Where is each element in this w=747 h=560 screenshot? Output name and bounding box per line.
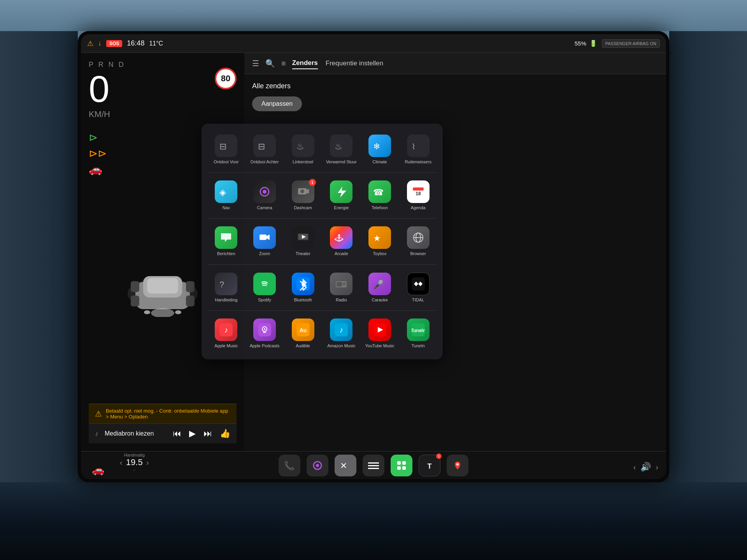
- tab-frequentie[interactable]: Frequentie instellen: [326, 58, 383, 69]
- app-nav[interactable]: ◈ Nav: [208, 176, 245, 215]
- media-bar[interactable]: ♪ Mediabron kiezen ⏮ ▶ ⏭ 👍: [89, 424, 237, 443]
- app-tidal[interactable]: TIDAL: [400, 268, 437, 307]
- bluetooth-icon: ϐ: [292, 273, 314, 295]
- search-button[interactable]: 🔍: [265, 59, 275, 68]
- tidal-icon: [407, 273, 430, 295]
- theater-label: Theater: [296, 251, 310, 256]
- app-climate[interactable]: ❄ Climate: [361, 130, 398, 169]
- list-icon-button[interactable]: ☰: [252, 59, 259, 68]
- app-handleiding[interactable]: ? Handleiding: [208, 268, 245, 307]
- close-taskbar-btn[interactable]: ✕: [335, 455, 356, 476]
- toybox-label: Toybox: [373, 251, 387, 256]
- all-stations-title: Alle zenders: [252, 82, 658, 90]
- app-youtube-music[interactable]: YouTube Music: [361, 314, 398, 353]
- menu-taskbar-btn[interactable]: [363, 455, 384, 476]
- apps-taskbar-btn[interactable]: [391, 455, 412, 476]
- alert-text: Betaald opl. niet mog. - Contr. onbetaal…: [106, 408, 230, 420]
- volume-right-arrow[interactable]: ›: [656, 463, 658, 472]
- svg-text:✕: ✕: [340, 461, 347, 471]
- app-karaoke[interactable]: 🎤 Caraoke: [361, 268, 398, 307]
- nav-label: Nav: [223, 205, 230, 210]
- app-berichten[interactable]: Berichten: [208, 222, 245, 261]
- app-radio[interactable]: Radio: [323, 268, 360, 307]
- app-apple-podcasts[interactable]: Apple Podcasts: [246, 314, 283, 353]
- temp-left-arrow[interactable]: ‹: [120, 458, 123, 467]
- app-browser[interactable]: Browser: [400, 222, 437, 261]
- svg-text:TuneIn: TuneIn: [412, 328, 425, 333]
- app-theater[interactable]: Theater: [284, 222, 321, 261]
- gear-indicator: P R N D: [89, 61, 125, 69]
- music-icon: ♪: [95, 430, 98, 438]
- app-apple-music[interactable]: ♪ Apple Music: [208, 314, 245, 353]
- svg-text:⌇: ⌇: [412, 142, 416, 151]
- browser-icon: [407, 226, 430, 249]
- media-controls: ⏮ ▶ ⏭ 👍: [173, 429, 230, 439]
- svg-point-53: [264, 328, 265, 330]
- taskbar-vehicle-info: 🚗: [92, 464, 104, 476]
- volume-left-arrow[interactable]: ‹: [633, 463, 636, 472]
- theater-icon: [292, 226, 314, 249]
- camera-icon: [253, 180, 276, 203]
- media-title: Mediabron kiezen: [105, 430, 154, 437]
- next-button[interactable]: ⏭: [203, 429, 212, 439]
- radio-label: Radio: [336, 298, 347, 303]
- climate-label: Climate: [372, 159, 387, 164]
- sos-badge: SOS: [106, 40, 122, 47]
- bluetooth-label: Bluetooth: [294, 298, 312, 303]
- svg-point-74: [456, 463, 459, 466]
- svg-rect-69: [397, 461, 401, 465]
- play-button[interactable]: ▶: [189, 429, 196, 439]
- svg-text:Au: Au: [299, 327, 307, 333]
- ontdooi-voor-label: Ontdooi Voor: [214, 159, 238, 164]
- like-button[interactable]: 👍: [220, 429, 230, 439]
- app-ruitenwissers[interactable]: ⌇ Ruitenwissers: [400, 130, 437, 169]
- app-dashcam[interactable]: 1 Dashcam: [284, 176, 321, 215]
- app-spotify[interactable]: Spotify: [246, 268, 283, 307]
- app-ontdooi-achter[interactable]: ⊟ Ontdooi Achter: [246, 130, 283, 169]
- svg-point-22: [300, 189, 304, 193]
- dash-bottom: [0, 482, 747, 560]
- row-divider-2: [208, 218, 437, 219]
- speed-display: 0: [89, 70, 125, 108]
- app-bluetooth[interactable]: ϐ Bluetooth: [284, 268, 321, 307]
- app-arcade[interactable]: 🕹 Arcade: [323, 222, 360, 261]
- temp-right-arrow[interactable]: ›: [146, 458, 149, 467]
- app-amazon-music[interactable]: ♪ Amazon Music: [323, 314, 360, 353]
- tunein-label: TuneIn: [412, 343, 425, 348]
- svg-rect-27: [260, 234, 267, 240]
- svg-marker-28: [267, 234, 270, 240]
- apple-podcasts-label: Apple Podcasts: [250, 343, 279, 348]
- agenda-label: Agenda: [411, 205, 426, 210]
- app-tunein[interactable]: TuneIn TuneIn: [400, 314, 437, 353]
- app-camera[interactable]: Camera: [246, 176, 283, 215]
- app-energie[interactable]: Energie: [323, 176, 360, 215]
- svg-point-19: [263, 190, 267, 194]
- dashcam-badge: 1: [309, 179, 316, 186]
- app-ontdooi-voor[interactable]: ⊟ Ontdooi Voor: [208, 130, 245, 169]
- t-taskbar-btn[interactable]: T 1: [419, 455, 440, 476]
- svg-text:⊟: ⊟: [258, 142, 265, 151]
- maps-taskbar-btn[interactable]: [447, 455, 468, 476]
- aanpassen-button[interactable]: Aanpassen: [252, 96, 302, 111]
- app-toybox[interactable]: ★ Toybox: [361, 222, 398, 261]
- camera-taskbar-btn[interactable]: [307, 455, 328, 476]
- svg-rect-66: [368, 462, 379, 464]
- svg-rect-67: [368, 465, 379, 466]
- phone-taskbar-btn[interactable]: 📞: [279, 455, 300, 476]
- filter-button[interactable]: ≡: [281, 59, 286, 68]
- app-agenda[interactable]: 18 Agenda: [400, 176, 437, 215]
- app-verwarmd-stuur[interactable]: ♨ Verwarmd Stuur: [323, 130, 360, 169]
- tab-zenders[interactable]: Zenders: [292, 58, 318, 69]
- screen-bezel: ⚠ ↓ SOS 16:48 11°C 55% 🔋 PASSENGER AIRBA…: [78, 31, 669, 482]
- taskbar-temp-control: ‹ Handmatig 19.5 ·· ›: [120, 453, 149, 472]
- prev-button[interactable]: ⏮: [173, 429, 181, 439]
- dash-right: [669, 31, 747, 482]
- taskbar: 🚗 ‹ Handmatig 19.5 ·· › 📞: [81, 451, 666, 479]
- app-linkerstoel[interactable]: ♨ Linkerstoel: [284, 130, 321, 169]
- app-telefoon[interactable]: ☎ Telefoon: [361, 176, 398, 215]
- app-audible[interactable]: Au Audible: [284, 314, 321, 353]
- svg-text:18: 18: [416, 191, 421, 196]
- svg-point-10: [175, 310, 181, 314]
- app-zoom[interactable]: Zoom: [246, 222, 283, 261]
- apple-music-label: Apple Music: [214, 343, 238, 348]
